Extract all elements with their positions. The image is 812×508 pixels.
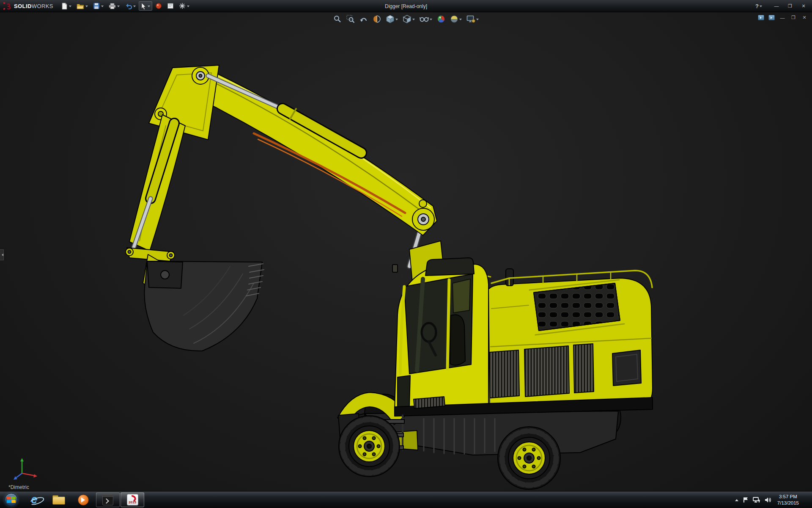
solidworks-app-icon: 2015 <box>127 494 138 505</box>
headsup-view-toolbar <box>332 14 480 24</box>
open-folder-icon <box>77 3 84 9</box>
view-settings-icon <box>466 15 475 23</box>
taskbar-item-media-player[interactable] <box>71 492 95 507</box>
dropdown-arrow-icon <box>117 6 120 8</box>
dropdown-arrow-icon <box>760 6 762 8</box>
titlebar: SOLIDWORKS <box>0 0 812 12</box>
new-document-icon <box>61 3 68 10</box>
show-hidden-icons-button[interactable] <box>735 497 738 501</box>
stick-arm[interactable] <box>129 115 185 251</box>
internet-explorer-icon: e <box>31 494 37 505</box>
featuremanager-flyout-arrow[interactable] <box>0 249 4 260</box>
reference-triad-icon <box>11 455 41 482</box>
dropdown-arrow-icon <box>430 19 432 22</box>
previous-view-button[interactable] <box>359 14 369 24</box>
dropdown-arrow-icon <box>412 19 415 22</box>
taskbar-clock[interactable]: 3:57 PM 7/13/2015 <box>775 494 801 506</box>
dropdown-arrow-icon <box>395 19 398 22</box>
edit-appearance-ball-icon <box>437 15 445 23</box>
speaker-icon[interactable] <box>764 497 771 503</box>
solidworks-window: SOLIDWORKS <box>0 0 812 508</box>
clock-time: 3:57 PM <box>777 494 799 500</box>
solidworks-brand: SOLIDWORKS <box>3 2 53 10</box>
apply-scene-button[interactable] <box>449 14 463 24</box>
zoom-to-area-icon <box>346 15 355 23</box>
new-document-button[interactable] <box>59 1 74 11</box>
front-left-wheel[interactable] <box>339 416 400 477</box>
restore-button[interactable]: ❐ <box>785 2 795 10</box>
view-cube-icon <box>386 15 395 23</box>
system-tray: 3:57 PM 7/13/2015 <box>733 491 812 508</box>
window-controls: ? — ❐ ✕ <box>755 2 809 10</box>
dropdown-arrow-icon <box>459 19 462 22</box>
zoom-to-area-button[interactable] <box>346 14 356 24</box>
taskbar-item-file-explorer[interactable] <box>47 492 71 507</box>
undo-button[interactable] <box>123 1 138 11</box>
excavator-model[interactable] <box>0 12 812 491</box>
select-button[interactable] <box>139 1 152 11</box>
undo-arrow-icon <box>125 3 132 9</box>
document-title: Digger [Read-only] <box>385 0 427 12</box>
graphics-viewport[interactable]: — ❐ ✕ <box>0 12 812 491</box>
save-floppy-icon <box>93 3 100 9</box>
cab[interactable] <box>392 258 490 409</box>
zoom-to-fit-icon <box>333 15 342 23</box>
console-app-icon <box>102 494 113 505</box>
clock-date: 7/13/2015 <box>777 500 799 506</box>
folder-icon <box>52 495 65 505</box>
appearance-ball-icon <box>155 3 162 9</box>
taskbar-item-solidworks[interactable]: 2015 <box>121 492 144 507</box>
open-button[interactable] <box>74 1 90 11</box>
taskbar-item-console-app[interactable] <box>96 492 120 507</box>
options-gear-icon <box>179 3 186 9</box>
display-pane-toggle-icon[interactable] <box>758 15 764 20</box>
section-view-icon <box>373 15 381 23</box>
brand-text: SOLIDWORKS <box>14 2 53 10</box>
select-cursor-icon <box>141 3 146 10</box>
dropdown-arrow-icon <box>69 6 71 8</box>
minimize-button[interactable]: — <box>771 2 782 10</box>
action-center-flag-icon[interactable] <box>742 497 749 503</box>
windows-flag-icon <box>5 494 17 506</box>
dropdown-arrow-icon <box>101 6 104 8</box>
windows-start-orb-icon <box>5 493 18 506</box>
section-view-button[interactable] <box>372 14 382 24</box>
sheet-format-button[interactable] <box>165 1 176 11</box>
view-settings-button[interactable] <box>466 14 480 24</box>
appearances-button[interactable] <box>153 1 164 11</box>
dropdown-arrow-icon <box>476 19 479 22</box>
glasses-icon <box>420 15 429 23</box>
rear-left-wheel[interactable] <box>498 427 560 489</box>
previous-view-icon <box>359 15 368 23</box>
doc-restore-button[interactable]: ❐ <box>790 14 797 21</box>
doc-minimize-button[interactable]: — <box>779 14 786 21</box>
hide-show-items-button[interactable] <box>419 14 433 24</box>
printer-icon <box>109 3 116 9</box>
dassault-3ds-logo-icon <box>3 2 12 10</box>
view-orientation-label: *Dimetric <box>8 484 29 490</box>
dropdown-arrow-icon <box>85 6 88 8</box>
display-style-button[interactable] <box>402 14 416 24</box>
media-player-icon <box>78 494 89 505</box>
dropdown-arrow-icon <box>148 6 150 8</box>
help-button[interactable]: ? <box>755 3 762 9</box>
save-button[interactable] <box>91 1 106 11</box>
quick-access-toolbar <box>59 1 192 11</box>
task-pane-toggle-icon[interactable] <box>768 15 775 20</box>
taskbar-item-internet-explorer[interactable]: e <box>22 492 46 507</box>
network-icon[interactable] <box>753 497 760 503</box>
start-button[interactable] <box>0 491 22 508</box>
dropdown-arrow-icon <box>187 6 189 8</box>
edit-appearance-button[interactable] <box>436 14 446 24</box>
view-orientation-button[interactable] <box>385 14 399 24</box>
document-window-controls: — ❐ ✕ <box>758 14 808 21</box>
print-button[interactable] <box>107 1 122 11</box>
close-button[interactable]: ✕ <box>798 2 809 10</box>
bucket[interactable] <box>144 261 264 351</box>
zoom-to-fit-button[interactable] <box>332 14 343 24</box>
doc-close-button[interactable]: ✕ <box>801 14 808 21</box>
options-button[interactable] <box>177 1 192 11</box>
taskbar: e 2015 3:57 PM 7/13/2015 <box>0 491 812 508</box>
dropdown-arrow-icon <box>133 6 136 8</box>
sheet-format-icon <box>167 3 174 9</box>
